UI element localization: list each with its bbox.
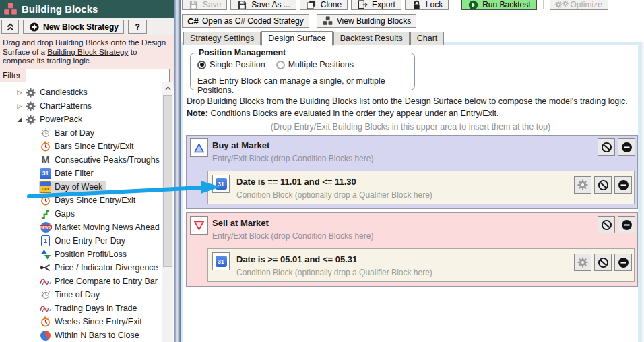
- tree-item-content: Trading Days in Trade: [39, 302, 141, 315]
- remove-button[interactable]: [614, 254, 632, 271]
- pie-icon: [40, 330, 51, 341]
- settings-button[interactable]: [574, 176, 591, 194]
- remove-button[interactable]: [618, 138, 635, 156]
- tree-item-bars-since-entry-exit[interactable]: Bars Since Entry/Exit: [0, 140, 162, 153]
- tree-item-weeks-since-entry-exit[interactable]: Weeks Since Entry/Exit: [0, 315, 162, 329]
- tree-item-market-moving-news-ahead[interactable]: NEWSMarket Moving News Ahead: [0, 221, 162, 234]
- tree-item-day-of-week[interactable]: DAYDay of Week: [0, 180, 162, 194]
- tree-item-label: Bar of Day: [55, 128, 94, 138]
- help-button[interactable]: ?: [128, 20, 147, 34]
- tree-item-content: Days Since Entry/Exit: [39, 194, 139, 207]
- floppy-gray-icon: [188, 0, 199, 11]
- condition-block[interactable]: 31Date is == 11.01 and <= 11.30Condition…: [207, 171, 635, 204]
- condition-subtitle: Condition Block (optionally drop a Quali…: [236, 190, 432, 200]
- export-icon: [357, 0, 368, 11]
- sidebar-description: Drag and drop Building Blocks onto the D…: [0, 35, 174, 67]
- save-button[interactable]: Save: [182, 0, 227, 10]
- tree-item-candlesticks[interactable]: ▷Candlesticks: [0, 86, 162, 99]
- disable-button[interactable]: [594, 176, 612, 194]
- tree-item-price-compare-to-entry-bar[interactable]: Price Compare to Entry Bar: [0, 275, 162, 288]
- tree-item-time-of-day[interactable]: Time of Day: [0, 288, 162, 302]
- tree-item-label: One Entry Per Day: [55, 236, 125, 246]
- filter-label: Filter: [3, 71, 21, 80]
- disable-button[interactable]: [598, 216, 615, 233]
- clone-button[interactable]: Clone: [300, 0, 348, 10]
- tab-backtest-results[interactable]: Backtest Results: [333, 32, 410, 45]
- remove-button[interactable]: [614, 176, 632, 194]
- calendar-31-icon: 31: [216, 178, 227, 190]
- stopwatch-icon: [40, 316, 51, 328]
- prohibition-icon: [598, 257, 609, 268]
- radio-single-position[interactable]: Single Position: [197, 60, 265, 69]
- tree-item-content: Position Profit/Loss: [39, 248, 131, 261]
- settings-button[interactable]: [574, 254, 591, 271]
- tree-item-content: Weeks Since Entry/Exit: [39, 316, 146, 329]
- radio-unselected-icon: [276, 61, 285, 69]
- building-block-strategy-link[interactable]: Building Block Strategy: [47, 47, 128, 56]
- tab-strategy-settings[interactable]: Strategy Settings: [183, 32, 261, 45]
- tree-item-one-entry-per-day[interactable]: 1One Entry Per Day: [0, 234, 162, 248]
- tree-item-position-profit-loss[interactable]: Position Profit/Loss: [0, 248, 162, 261]
- button-label: Clone: [321, 0, 342, 9]
- sell-at-market-block[interactable]: Sell at MarketEntry/Exit Block (drop Con…: [186, 212, 638, 287]
- block-actions: [598, 216, 635, 233]
- optimize-button[interactable]: Optimize: [550, 0, 608, 10]
- tab-design-surface[interactable]: Design Surface: [261, 31, 332, 46]
- tree-item-days-since-entry-exit[interactable]: Days Since Entry/Exit: [0, 194, 162, 207]
- tree-item-label: Consecutive Peaks/Troughs: [55, 155, 160, 165]
- collapse-all-button[interactable]: [1, 20, 19, 34]
- main-toolbar: SaveSave As ...CloneExportLockRun Backte…: [181, 0, 644, 10]
- minus-circle-icon: [621, 142, 633, 153]
- block-subtitle: Entry/Exit Block (drop Condition Blocks …: [212, 231, 373, 241]
- waves-icon: [40, 303, 51, 314]
- help-label: ?: [135, 22, 139, 32]
- tree-item-content: Within N Bars to Close: [39, 329, 143, 342]
- filter-input[interactable]: [26, 69, 170, 83]
- tree-item-trading-days-in-trade[interactable]: Trading Days in Trade: [0, 302, 162, 315]
- tree-item-powerpack[interactable]: ◢PowerPack: [0, 113, 162, 126]
- instruction-text: Drop Building Blocks from the: [187, 96, 300, 106]
- building-blocks-link[interactable]: Building Blocks: [300, 96, 357, 106]
- export-button[interactable]: Export: [351, 0, 401, 10]
- tree-scrollbar[interactable]: [162, 82, 173, 342]
- sidebar-splitter[interactable]: [174, 0, 181, 342]
- scroll-up-button[interactable]: [162, 82, 173, 94]
- new-block-strategy-button[interactable]: New Block Strategy: [23, 20, 124, 34]
- tab-chart[interactable]: Chart: [410, 32, 445, 45]
- button-label: Save As ...: [251, 0, 290, 9]
- tree-item-price-indicator-divergence[interactable]: Price / Indicator Divergence: [0, 261, 162, 275]
- tree-item-consecutive-peaks-troughs[interactable]: MConsecutive Peaks/Troughs: [0, 153, 162, 167]
- tree-item-chartpatterns[interactable]: ▷ChartPatterns: [0, 99, 162, 113]
- save-as-button[interactable]: Save As ...: [230, 0, 296, 10]
- page-one-icon: 1: [40, 235, 51, 247]
- building-blocks-sidebar: Building Blocks New Block Strategy ? Dra…: [0, 0, 174, 342]
- tree-item-bar-of-day[interactable]: Bar of Day: [0, 126, 162, 140]
- expanded-twisty-icon[interactable]: ◢: [15, 116, 24, 123]
- scrollbar-thumb[interactable]: [163, 95, 172, 267]
- open-as-c-coded-strategy-button[interactable]: C#Open as C# Coded Strategy: [182, 14, 309, 28]
- toolbar-separator: [543, 0, 544, 9]
- note-label: Note:: [187, 109, 208, 118]
- disable-button[interactable]: [598, 138, 615, 156]
- floppy-icon: [236, 0, 248, 11]
- tree-item-within-n-bars-to-close[interactable]: Within N Bars to Close: [0, 329, 162, 342]
- tree-item-content: Bar of Day: [39, 127, 98, 140]
- lock-button[interactable]: Lock: [405, 0, 449, 10]
- collapsed-twisty-icon[interactable]: ▷: [15, 89, 24, 96]
- tree-item-gaps[interactable]: Gaps: [0, 207, 162, 221]
- condition-block[interactable]: 31Date is >= 05.01 and <= 05.31Condition…: [207, 248, 635, 282]
- run-backtest-button[interactable]: Run Backtest: [461, 0, 536, 10]
- tree-item-content: Gaps: [39, 208, 79, 221]
- tree-item-date-filter[interactable]: 31Date Filter: [0, 167, 162, 180]
- disable-button[interactable]: [594, 254, 612, 271]
- secondary-toolbar: C#Open as C# Coded StrategyView Building…: [181, 14, 644, 28]
- buy-at-market-block[interactable]: Buy at MarketEntry/Exit Block (drop Cond…: [186, 135, 638, 209]
- condition-subtitle: Condition Block (optionally drop a Quali…: [236, 268, 432, 277]
- tree-item-label: Price Compare to Entry Bar: [55, 277, 158, 286]
- csharp-icon: C#: [187, 16, 199, 27]
- radio-multiple-positions[interactable]: Multiple Positions: [276, 60, 354, 69]
- collapsed-twisty-icon[interactable]: ▷: [15, 103, 24, 109]
- radio-selected-icon: [197, 61, 206, 69]
- view-building-blocks-button[interactable]: View Building Blocks: [317, 14, 417, 28]
- remove-button[interactable]: [618, 216, 635, 233]
